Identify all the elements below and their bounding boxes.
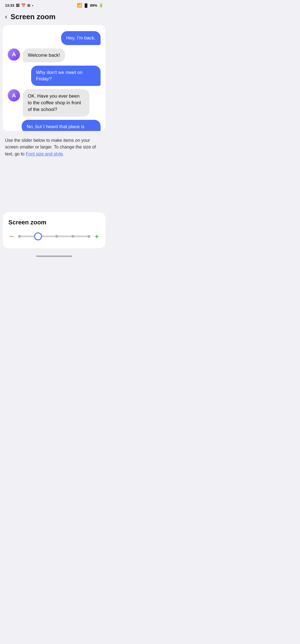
header: ‹ Screen zoom — [0, 9, 108, 25]
bubble-sent-partial: No, but I heard that place is — [22, 120, 101, 131]
font-size-link[interactable]: Font size and style — [26, 152, 63, 156]
home-bar — [36, 256, 72, 257]
bubble-sent-2: Why don't we meet on Friday? — [31, 66, 101, 86]
description-text: Use the slider below to make items on yo… — [0, 131, 108, 162]
bubble-sent-1: Hey, I'm back. — [61, 31, 101, 45]
wifi-icon: 📶 — [77, 3, 82, 8]
avatar-1: A — [8, 48, 20, 61]
slider-dot-4 — [88, 235, 90, 238]
avatar-2: A — [8, 89, 20, 101]
signal-icon: ▐▌ — [84, 3, 89, 8]
zoom-card-title: Screen zoom — [8, 219, 100, 226]
bubble-row-2: A OK. Have you ever been to the coffee s… — [8, 89, 101, 116]
battery-icon: 🔋 — [99, 3, 103, 8]
back-button[interactable]: ‹ — [3, 12, 9, 22]
zoom-card: Screen zoom − + — [3, 212, 106, 248]
chat-messages: Hey, I'm back. A Welcome back! Why don't… — [8, 31, 101, 131]
battery-text: 89% — [90, 3, 97, 8]
photo-icon: 🖼 — [16, 3, 19, 8]
zoom-increase-button[interactable]: + — [94, 232, 100, 241]
slider-thumb[interactable] — [34, 232, 42, 240]
status-left: 13:33 🖼 📅 ⊞ • — [5, 3, 33, 8]
bubble-row-1: A Welcome back! — [8, 48, 101, 62]
spacer — [0, 162, 108, 212]
zoom-decrease-button[interactable]: − — [8, 232, 15, 241]
slider-dots — [18, 232, 90, 240]
bubble-received-1: Welcome back! — [23, 48, 65, 62]
description-period: . — [63, 152, 64, 156]
time-display: 13:33 — [5, 3, 14, 8]
bubble-received-2: OK. Have you ever been to the coffee sho… — [23, 89, 89, 116]
home-indicator — [0, 253, 108, 259]
slider-dot-3 — [71, 235, 74, 238]
chat-preview-card: Hey, I'm back. A Welcome back! Why don't… — [3, 25, 106, 131]
page-title: Screen zoom — [11, 13, 56, 21]
grid-icon: ⊞ — [27, 3, 30, 8]
calendar-icon: 📅 — [21, 3, 26, 8]
status-bar: 13:33 🖼 📅 ⊞ • 📶 ▐▌ 89% 🔋 — [0, 0, 108, 9]
zoom-slider-track[interactable] — [18, 236, 90, 237]
status-right: 📶 ▐▌ 89% 🔋 — [77, 3, 103, 8]
dot-indicator: • — [32, 3, 33, 8]
slider-dot-0 — [18, 235, 21, 238]
slider-dot-2 — [55, 235, 58, 238]
slider-row: − + — [8, 232, 100, 241]
